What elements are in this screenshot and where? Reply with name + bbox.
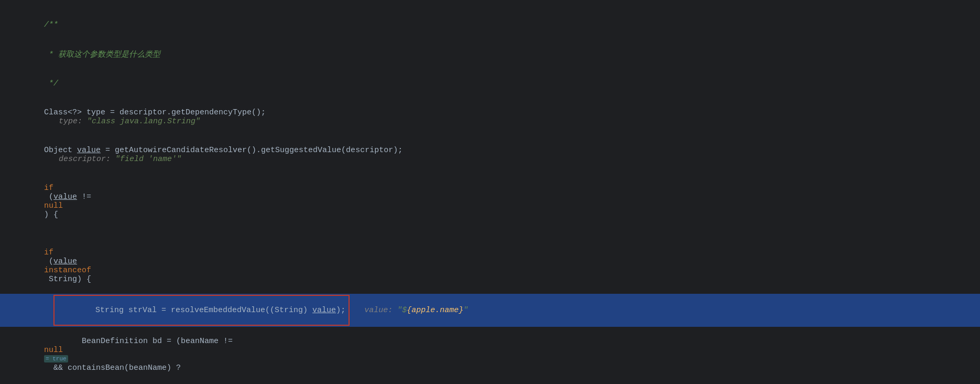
code-line-6: if (value != null ) { (0, 174, 980, 229)
code-text: Object value = getAutowireCandidateResol… (44, 146, 402, 155)
comment-open: /** (44, 20, 58, 29)
comment-close: */ (44, 79, 58, 88)
inline-comment-8: value: "${apple.name}" (355, 306, 468, 315)
code-line-4: Class<?> type = descriptor.getDependency… (0, 98, 980, 136)
code-line-9: BeanDefinition bd = (beanName != null = … (0, 327, 980, 382)
kw-if: if (44, 184, 53, 193)
kw-null2: null (44, 346, 63, 355)
inline-comment-4: type: "class java.lang.String" (49, 117, 200, 126)
code-line-1: /** (0, 10, 980, 39)
code-viewer: /** * 获取这个参数类型是什么类型 */ Class<?> type = d… (0, 0, 980, 384)
code-text: BeanDefinition bd = (beanName != (44, 337, 237, 346)
kw-null: null (44, 201, 63, 210)
kw-true-badge: = true (44, 355, 68, 362)
code-line-2: * 获取这个参数类型是什么类型 (0, 39, 980, 69)
code-text: && containsBean(beanName) ? (44, 364, 181, 372)
code-line-5: Object value = getAutowireCandidateResol… (0, 136, 980, 174)
code-text: (value != (44, 193, 96, 201)
code-indent (44, 239, 63, 248)
code-text: ) { (44, 210, 58, 219)
code-text: (value (44, 257, 82, 266)
code-text: Class<?> type = descriptor.getDependency… (44, 108, 266, 117)
comment-text: * 获取这个参数类型是什么类型 (44, 50, 160, 59)
code-line-3: */ (0, 69, 980, 98)
code-indent (16, 306, 53, 315)
inline-comment-5: descriptor: "field 'name'" (49, 155, 181, 164)
code-text: String) { (44, 275, 91, 284)
code-line-8: String strVal = resolveEmbeddedValue((St… (0, 294, 980, 327)
code-text: String strVal = resolveEmbeddedValue((St… (95, 306, 345, 315)
code-line-7: if (value instanceof String) { (0, 229, 980, 294)
kw-if2: if (44, 248, 53, 257)
kw-instanceof: instanceof (44, 266, 91, 275)
